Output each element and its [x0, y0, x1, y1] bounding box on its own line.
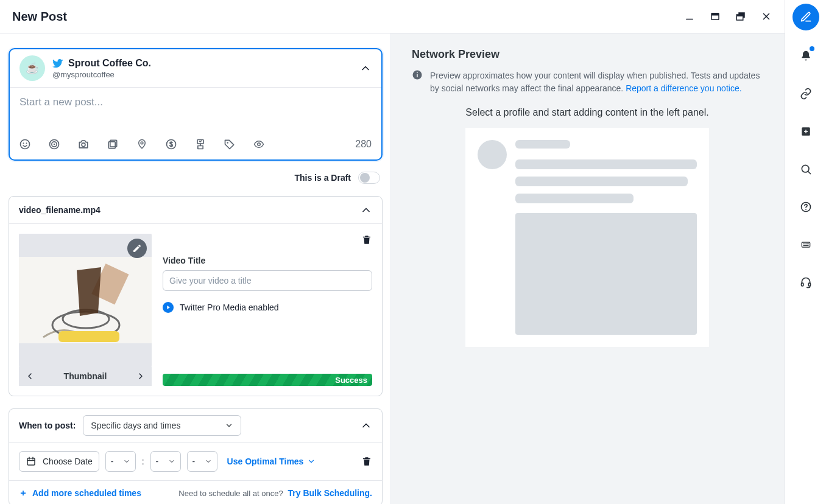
close-icon[interactable]: [760, 10, 772, 23]
video-title-input[interactable]: [163, 270, 372, 291]
right-rail: [785, 0, 826, 504]
svg-rect-32: [802, 242, 810, 247]
tag-icon[interactable]: [223, 138, 236, 151]
compose-card: ☕ Sprout Coffee Co. @mysproutcoffee: [9, 48, 383, 161]
windows-icon[interactable]: [735, 10, 747, 23]
emoji-icon[interactable]: [18, 138, 32, 151]
svg-point-31: [805, 209, 807, 210]
page-title: New Post: [12, 10, 683, 24]
svg-point-14: [141, 142, 143, 144]
svg-rect-13: [108, 142, 115, 149]
add-square-icon[interactable]: [792, 119, 819, 144]
svg-point-17: [227, 142, 228, 144]
svg-point-18: [258, 143, 261, 146]
preview-instruction: Select a profile and start adding conten…: [412, 107, 763, 118]
hour-select[interactable]: -: [105, 451, 136, 472]
preview-info-link[interactable]: Report a difference you notice.: [626, 83, 741, 93]
preview-skeleton: [465, 128, 709, 347]
svg-point-7: [26, 142, 27, 144]
delete-schedule-icon[interactable]: [361, 455, 372, 467]
ampm-select[interactable]: -: [187, 451, 217, 472]
monetize-icon[interactable]: [164, 138, 178, 151]
draft-label: This is a Draft: [294, 173, 351, 183]
schedule-card: When to post: Specific days and times: [9, 408, 383, 504]
profile-handle: @mysproutcoffee: [52, 70, 359, 79]
collapse-schedule-icon[interactable]: [360, 419, 372, 432]
upload-status: Success: [335, 376, 367, 385]
collapse-compose-icon[interactable]: [359, 62, 372, 74]
svg-rect-1: [711, 13, 719, 16]
schedule-mode-select[interactable]: Specific days and times: [83, 415, 241, 436]
add-more-times-button[interactable]: Add more scheduled times: [19, 488, 141, 498]
profile-avatar[interactable]: ☕: [19, 55, 45, 81]
compose-panel: ☕ Sprout Coffee Co. @mysproutcoffee: [0, 33, 390, 504]
thumbnail-label: Thumbnail: [64, 371, 107, 381]
edit-thumbnail-icon[interactable]: [127, 239, 147, 258]
gallery-icon[interactable]: [106, 138, 119, 151]
asset-library-icon[interactable]: [48, 138, 61, 151]
help-icon[interactable]: [792, 195, 819, 219]
choose-date-button[interactable]: Choose Date: [19, 451, 99, 472]
location-icon[interactable]: [135, 138, 149, 151]
thumbnail-next-icon[interactable]: [136, 371, 146, 381]
video-title-label: Video Title: [163, 256, 372, 265]
pro-media-text: Twitter Pro Media enabled: [180, 303, 279, 312]
svg-rect-12: [110, 140, 117, 147]
camera-icon[interactable]: [77, 138, 90, 151]
collapse-video-icon[interactable]: [360, 204, 372, 216]
svg-rect-26: [417, 74, 418, 77]
preview-icon[interactable]: [252, 138, 266, 151]
svg-point-11: [82, 143, 85, 147]
keyboard-icon[interactable]: [792, 233, 819, 257]
compose-textarea[interactable]: Start a new post...: [19, 96, 372, 124]
thumbnail-prev-icon[interactable]: [25, 371, 35, 381]
svg-rect-33: [801, 283, 803, 286]
svg-point-6: [23, 142, 24, 144]
info-icon: [412, 69, 423, 95]
header: New Post: [0, 0, 785, 33]
svg-rect-27: [417, 72, 418, 74]
video-card: video_filename.mp4: [9, 196, 383, 396]
support-icon[interactable]: [792, 270, 819, 295]
svg-rect-23: [58, 331, 119, 342]
delete-video-icon[interactable]: [361, 234, 372, 246]
svg-point-10: [54, 144, 55, 145]
upload-progress: Success: [163, 374, 372, 386]
minute-select[interactable]: -: [150, 451, 181, 472]
preview-title: Network Preview: [412, 48, 763, 61]
bulk-link[interactable]: Try Bulk Scheduling.: [288, 488, 372, 498]
twitter-icon: [52, 58, 63, 69]
search-icon[interactable]: [792, 157, 819, 181]
pro-media-icon: [163, 302, 174, 313]
optimal-times-button[interactable]: Use Optimal Times: [227, 457, 316, 466]
draft-toggle[interactable]: [358, 172, 380, 184]
dock-icon[interactable]: [709, 10, 721, 23]
profile-name: Sprout Coffee Co.: [68, 58, 151, 69]
bulk-text: Need to schedule all at once?: [178, 489, 283, 498]
svg-rect-24: [27, 458, 35, 465]
time-colon: :: [142, 457, 144, 466]
link-icon[interactable]: [792, 82, 819, 106]
svg-rect-4: [736, 15, 743, 16]
approval-icon[interactable]: [194, 138, 207, 151]
compose-fab[interactable]: [792, 4, 819, 30]
svg-point-5: [21, 140, 30, 149]
video-thumbnail[interactable]: [19, 234, 152, 366]
video-filename: video_filename.mp4: [19, 205, 101, 215]
char-count: 280: [355, 139, 372, 150]
notifications-icon[interactable]: [792, 44, 819, 68]
minimize-icon[interactable]: [683, 10, 696, 23]
preview-panel: Network Preview Preview approximates how…: [390, 33, 785, 504]
when-to-post-label: When to post:: [19, 421, 76, 430]
